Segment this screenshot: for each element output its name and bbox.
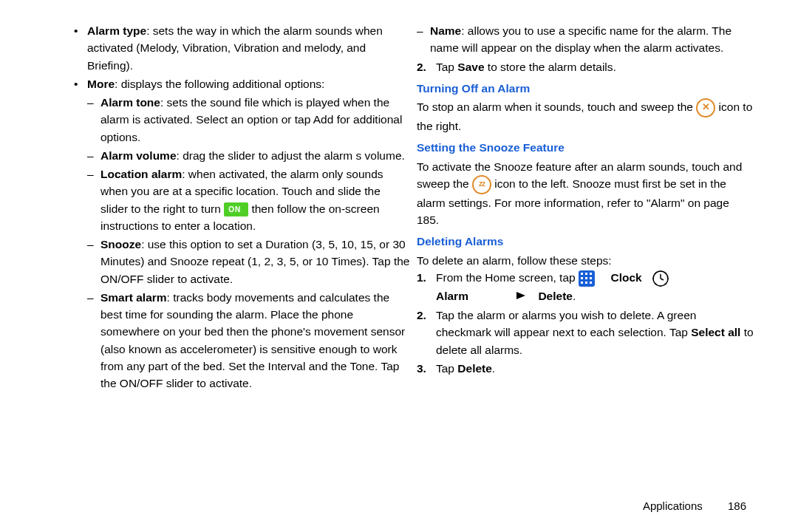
alarm-type-label: Alarm type [87, 24, 146, 37]
alarm-volume-label: Alarm volume [100, 149, 177, 162]
location-label: Location alarm [100, 168, 182, 180]
del2-b: Select all [691, 326, 740, 338]
step-2-save: 2. Tap Save to store the alarm details. [417, 58, 754, 75]
subitem-alarm-tone: – Alarm tone: sets the sound file which … [87, 94, 411, 146]
delete-step-1: 1. From the Home screen, tap Clock [417, 269, 754, 305]
dash-icon: – [87, 166, 100, 234]
heading-delete: Deleting Alarms [417, 233, 754, 250]
del1-clock: Clock [611, 271, 642, 284]
del3-c: . [492, 362, 495, 375]
name-label: Name [430, 24, 461, 37]
dash-icon: – [417, 22, 430, 57]
bullet-icon: • [74, 75, 87, 92]
heading-snooze: Setting the Snooze Feature [417, 139, 754, 156]
footer-section: Applications [643, 499, 703, 512]
item-more: • More: displays the following additiona… [74, 75, 411, 92]
step-number: 2. [417, 307, 436, 358]
subitem-smart-alarm: – Smart alarm: tracks body movements and… [87, 289, 411, 392]
svg-rect-7 [581, 282, 583, 284]
step2-c: to store the alarm details. [485, 61, 616, 73]
del3-a: Tap [436, 362, 457, 375]
item-alarm-type: • Alarm type: sets the way in which the … [74, 22, 411, 74]
delete-step-2: 2. Tap the alarm or alarms you wish to d… [417, 307, 754, 358]
svg-rect-4 [581, 277, 583, 279]
svg-rect-5 [585, 277, 587, 279]
del1-a: From the Home screen, tap [436, 271, 579, 284]
step2-a: Tap [436, 61, 457, 73]
dash-icon: – [87, 289, 100, 392]
delete-step-3: 3. Tap Delete. [417, 360, 754, 377]
snooze-text: : use this option to set a Duration (3, … [100, 238, 409, 285]
footer-page: 186 [728, 499, 746, 512]
svg-rect-8 [585, 282, 587, 284]
name-text: : allows you to use a specific name for … [430, 24, 732, 54]
stop-x-icon: ✕ [696, 98, 715, 117]
svg-rect-2 [585, 273, 587, 275]
step-number: 1. [417, 269, 436, 305]
snooze-ref: Alarm [650, 197, 680, 209]
del1-delete: Delete [538, 290, 573, 302]
subitem-location-alarm: – Location alarm: when activated, the al… [87, 166, 411, 234]
svg-line-12 [661, 279, 664, 280]
subitem-alarm-volume: – Alarm volume: drag the slider to adjus… [87, 147, 411, 164]
dash-icon: – [87, 236, 100, 287]
right-column: – Name: allows you to use a specific nam… [414, 22, 754, 393]
step-number: 2. [417, 58, 436, 75]
del1-dot: . [573, 290, 576, 302]
alarm-volume-text: : drag the slider to adjust the alarm s … [177, 149, 405, 162]
svg-rect-3 [590, 273, 592, 275]
snooze-setting-text: To activate the Snooze feature after an … [417, 158, 754, 229]
on-toggle-icon: ON [224, 202, 248, 216]
bullet-icon: • [74, 22, 87, 74]
snooze-label: Snooze [100, 238, 141, 250]
subitem-name: – Name: allows you to use a specific nam… [417, 22, 754, 57]
off-text-a: To stop an alarm when it sounds, touch a… [417, 100, 696, 113]
more-text: : displays the following additional opti… [115, 78, 324, 90]
apps-grid-icon [579, 270, 595, 287]
del1-alarm: Alarm [436, 290, 468, 302]
smart-label: Smart alarm [100, 291, 167, 304]
step2-b: Save [457, 61, 484, 73]
dash-icon: – [87, 94, 100, 146]
alarm-tone-label: Alarm tone [100, 96, 160, 109]
left-column: • Alarm type: sets the way in which the … [74, 22, 414, 393]
more-label: More [87, 78, 115, 90]
turning-off-text: To stop an alarm when it sounds, touch a… [417, 98, 754, 134]
clock-icon [652, 270, 669, 287]
step-number: 3. [417, 360, 436, 377]
page-footer: Applications 186 [643, 498, 746, 515]
snooze-zz-icon: zz [472, 175, 491, 194]
heading-turning-off: Turning Off an Alarm [417, 80, 754, 97]
subitem-snooze: – Snooze: use this option to set a Durat… [87, 236, 411, 287]
smart-text: : tracks body movements and calculates t… [100, 291, 405, 389]
svg-rect-6 [590, 277, 592, 279]
delete-intro: To delete an alarm, follow these steps: [417, 252, 754, 269]
del2-a: Tap the alarm or alarms you wish to dele… [436, 309, 696, 338]
svg-rect-9 [590, 282, 592, 284]
dash-icon: – [87, 147, 100, 164]
arrow-right-icon [481, 288, 525, 305]
del3-b: Delete [457, 362, 492, 375]
svg-rect-1 [581, 273, 583, 275]
manual-page: • Alarm type: sets the way in which the … [0, 0, 798, 408]
